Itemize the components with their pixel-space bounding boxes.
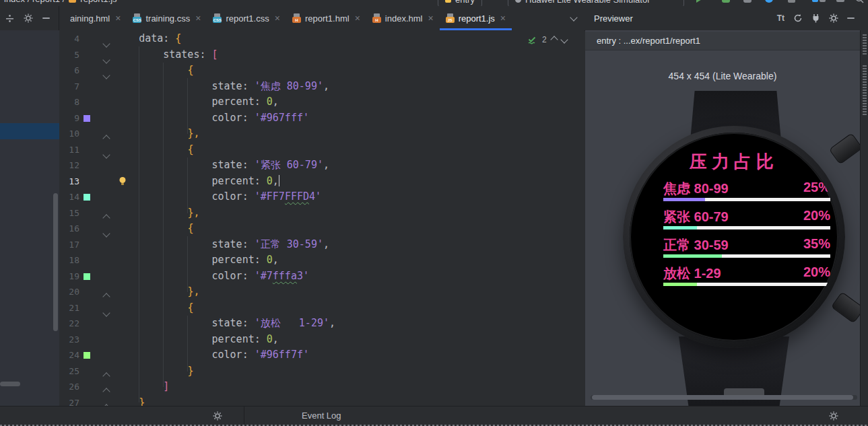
close-tab-icon[interactable]: × [275,13,280,24]
line-number: 9 [59,110,79,127]
project-horizontal-scrollbar[interactable] [0,382,20,386]
code-line-4[interactable]: 4 data: { [59,31,585,47]
close-tab-icon[interactable]: × [428,13,433,24]
code-line-21[interactable]: 21 { [59,300,585,316]
project-vertical-scrollbar[interactable] [53,193,58,331]
code-line-20[interactable]: 20 }, [59,284,585,300]
restart-button[interactable] [765,0,773,6]
project-selected-row[interactable] [0,123,59,139]
close-tab-icon[interactable]: × [500,13,506,24]
code-line-14[interactable]: 14 color: '#FF7FFFD4' [59,189,585,205]
close-tab-icon[interactable]: × [355,13,360,24]
watch-screen[interactable]: 压力占比 焦虑 80-9925%紧张 60-7920%正常 30-5935%放松… [630,133,838,341]
color-swatch-icon[interactable] [84,352,90,359]
code-line-26[interactable]: 26 ] [59,379,585,395]
previewer-panel-header: Previewer Tt [585,6,860,30]
color-swatch-icon[interactable] [84,115,90,122]
code-line-9[interactable]: 9 color: '#967fff' [59,110,585,127]
code-text: { [114,63,193,79]
code-line-15[interactable]: 15 }, [59,205,585,221]
code-line-11[interactable]: 11 { [59,142,585,158]
event-log-settings-button[interactable] [829,411,838,421]
panel-settings-button[interactable] [213,411,222,421]
hide-panel-icon[interactable] [42,17,50,19]
gear-icon[interactable] [24,13,33,23]
line-number: 27 [59,395,79,406]
color-swatch-icon[interactable] [84,273,90,280]
fold-up-icon[interactable] [104,401,109,406]
code-line-12[interactable]: 12 state: '紧张 60-79', [59,157,585,174]
code-text: }, [114,205,199,221]
stop-button[interactable] [788,0,795,6]
code-line-10[interactable]: 10 }, [59,126,585,142]
breadcrumb-file[interactable]: report1.js [80,0,116,4]
code-editor[interactable]: 4 data: {5 states: [6 {7 state: '焦虑 80-9… [59,30,585,406]
line-number: 17 [59,237,79,253]
debug-button[interactable] [722,0,730,6]
right-tool-stripe[interactable] [860,30,868,406]
previewer-entry-bar[interactable]: entry : ...ex/report1/report1 [585,32,860,50]
code-lines[interactable]: 4 data: {5 states: [6 {7 state: '焦虑 80-9… [59,31,585,406]
close-tab-icon[interactable]: × [115,13,121,24]
breadcrumb-path[interactable]: index / report1 / [4,0,65,4]
code-text: color: '#FF7FFFD4' [114,189,321,205]
entry-path: entry : ...ex/report1/report1 [597,36,700,46]
tab-report1.css[interactable]: CSSreport1.css× [207,6,286,30]
tool-stripe-label[interactable] [863,64,867,115]
event-log-title[interactable]: Event Log [302,411,341,421]
tool-stripe-label[interactable] [863,34,867,55]
device-manager-button[interactable] [812,0,826,6]
code-line-18[interactable]: 18 percent: 0, [59,252,585,269]
code-line-25[interactable]: 25 } [59,363,585,380]
tab-aining.hml[interactable]: aining.hml× [64,6,127,30]
code-line-8[interactable]: 8 percent: 0, [59,94,585,110]
code-line-7[interactable]: 7 state: '焦虑 80-99', [59,79,585,95]
code-line-16[interactable]: 16 { [59,221,585,237]
watch-stat-row: 正常 30-5935% [663,236,830,264]
color-swatch-icon[interactable] [84,194,90,201]
code-line-5[interactable]: 5 states: [ [59,47,585,63]
code-text: percent: 0, [114,94,279,110]
close-tab-icon[interactable]: × [195,13,201,24]
progress-fill [663,254,722,258]
hide-previewer-icon[interactable] [847,17,855,19]
tab-training.css[interactable]: CSStraining.css× [127,6,207,30]
code-line-27[interactable]: 27 } [59,395,585,406]
tab-report1.js[interactable]: JSreport1.js× [440,6,512,30]
inspection-widget[interactable]: 2 [527,35,567,44]
code-line-17[interactable]: 17 state: '正常 30-59', [59,237,585,253]
compare-divider-icon[interactable] [5,14,14,23]
tab-overflow-chevron-icon[interactable] [570,13,577,21]
code-line-24[interactable]: 24 color: '#96ff7f' [59,347,585,363]
gear-icon[interactable] [829,13,838,23]
code-line-22[interactable]: 22 state: '放松 1-29', [59,316,585,332]
run-button[interactable] [696,0,703,6]
divider [244,406,244,425]
code-line-13[interactable]: 13 percent: 0, [59,174,585,190]
progress-fill [663,226,697,229]
tab-report1.hml[interactable]: Hreport1.hml× [286,6,366,30]
previewer-horizontal-scrollbar[interactable] [591,395,857,400]
css-file-icon: CSS [133,13,141,23]
scrollbar-thumb[interactable] [592,395,853,400]
line-number: 25 [59,363,79,380]
tab-index.hml[interactable]: Hindex.hml× [366,6,440,30]
plug-icon[interactable] [811,13,820,23]
stat-percent: 20% [803,264,830,280]
font-size-icon[interactable]: Tt [777,13,784,23]
gear-icon [829,411,838,421]
stat-label: 正常 30-59 [663,236,729,254]
prev-problem-icon[interactable] [550,36,558,43]
project-panel[interactable] [0,30,60,406]
breadcrumb[interactable]: index / report1 / report1.js [4,0,117,6]
sdk-manager-button[interactable] [836,0,844,6]
line-number: 19 [59,269,79,285]
search-everywhere-button[interactable] [855,0,864,6]
next-problem-icon[interactable] [560,36,568,43]
code-line-6[interactable]: 6 { [59,63,585,79]
code-line-23[interactable]: 23 percent: 0, [59,332,585,348]
code-line-19[interactable]: 19 color: '#7fffa3' [59,269,585,285]
line-number: 14 [59,189,79,205]
profiler-button[interactable] [743,0,752,6]
refresh-icon[interactable] [793,13,803,23]
